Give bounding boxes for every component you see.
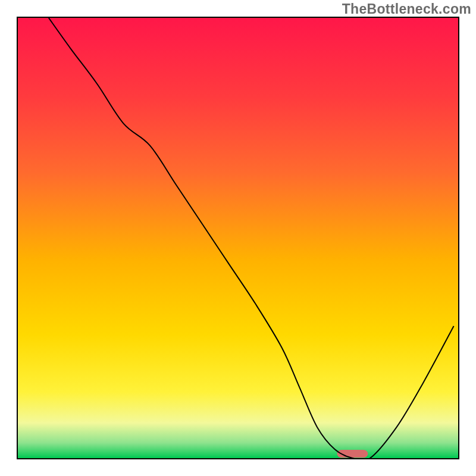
plot-area bbox=[17, 17, 459, 459]
chart-svg bbox=[18, 18, 458, 458]
watermark-text: TheBottleneck.com bbox=[342, 1, 471, 17]
gradient-background bbox=[18, 18, 458, 458]
